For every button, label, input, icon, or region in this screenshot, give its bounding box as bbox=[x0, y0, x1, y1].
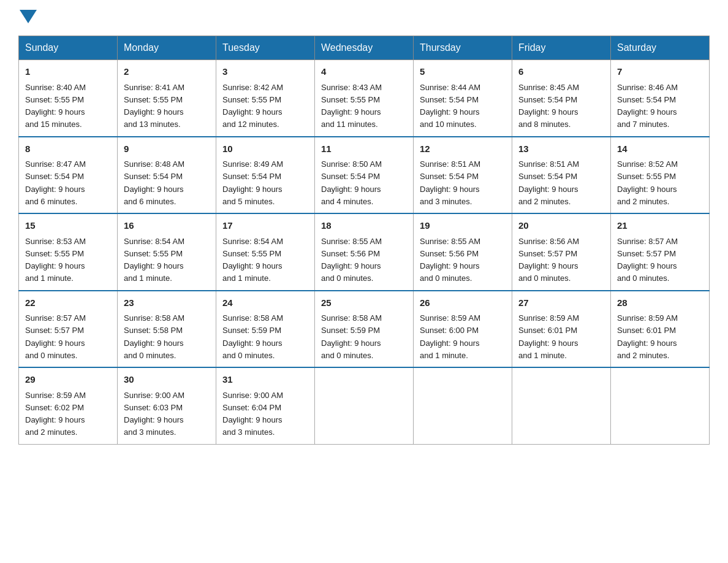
calendar-cell: 20Sunrise: 8:56 AMSunset: 5:57 PMDayligh… bbox=[512, 213, 611, 291]
day-info: Sunrise: 9:00 AMSunset: 6:04 PMDaylight:… bbox=[222, 391, 283, 437]
day-info: Sunrise: 8:41 AMSunset: 5:55 PMDaylight:… bbox=[124, 83, 184, 129]
day-info: Sunrise: 8:52 AMSunset: 5:55 PMDaylight:… bbox=[617, 159, 678, 206]
day-info: Sunrise: 8:48 AMSunset: 5:54 PMDaylight:… bbox=[124, 159, 184, 206]
calendar-cell: 16Sunrise: 8:54 AMSunset: 5:55 PMDayligh… bbox=[118, 213, 216, 291]
calendar-cell: 23Sunrise: 8:58 AMSunset: 5:58 PMDayligh… bbox=[118, 291, 216, 368]
day-number: 29 bbox=[25, 373, 111, 387]
day-number: 9 bbox=[124, 142, 210, 156]
day-info: Sunrise: 8:54 AMSunset: 5:55 PMDaylight:… bbox=[222, 237, 283, 283]
calendar-cell: 11Sunrise: 8:50 AMSunset: 5:54 PMDayligh… bbox=[315, 137, 414, 214]
day-number: 3 bbox=[222, 65, 308, 79]
day-number: 27 bbox=[518, 296, 604, 310]
day-number: 10 bbox=[222, 142, 308, 156]
day-info: Sunrise: 8:53 AMSunset: 5:55 PMDaylight:… bbox=[25, 237, 86, 283]
day-number: 7 bbox=[617, 65, 703, 79]
day-number: 13 bbox=[518, 142, 604, 156]
calendar-cell: 30Sunrise: 9:00 AMSunset: 6:03 PMDayligh… bbox=[118, 367, 216, 444]
day-number: 14 bbox=[617, 142, 703, 156]
calendar-cell: 1Sunrise: 8:40 AMSunset: 5:55 PMDaylight… bbox=[19, 60, 118, 137]
day-info: Sunrise: 8:55 AMSunset: 5:56 PMDaylight:… bbox=[321, 237, 382, 283]
day-number: 19 bbox=[420, 219, 506, 233]
day-info: Sunrise: 8:59 AMSunset: 6:02 PMDaylight:… bbox=[25, 391, 86, 437]
day-number: 18 bbox=[321, 219, 407, 233]
calendar-cell bbox=[315, 367, 414, 444]
day-number: 12 bbox=[420, 142, 506, 156]
calendar-table: SundayMondayTuesdayWednesdayThursdayFrid… bbox=[18, 36, 710, 445]
day-info: Sunrise: 8:40 AMSunset: 5:55 PMDaylight:… bbox=[25, 83, 86, 129]
weekday-header-monday: Monday bbox=[118, 36, 216, 60]
day-info: Sunrise: 8:55 AMSunset: 5:56 PMDaylight:… bbox=[420, 237, 480, 283]
calendar-cell: 5Sunrise: 8:44 AMSunset: 5:54 PMDaylight… bbox=[414, 60, 512, 137]
calendar-cell: 9Sunrise: 8:48 AMSunset: 5:54 PMDaylight… bbox=[118, 137, 216, 214]
calendar-week-row-5: 29Sunrise: 8:59 AMSunset: 6:02 PMDayligh… bbox=[19, 367, 710, 444]
day-number: 11 bbox=[321, 142, 407, 156]
day-info: Sunrise: 8:56 AMSunset: 5:57 PMDaylight:… bbox=[518, 237, 579, 283]
calendar-cell: 12Sunrise: 8:51 AMSunset: 5:54 PMDayligh… bbox=[414, 137, 512, 214]
day-number: 16 bbox=[124, 219, 210, 233]
day-info: Sunrise: 8:49 AMSunset: 5:54 PMDaylight:… bbox=[222, 159, 283, 206]
day-number: 15 bbox=[25, 219, 111, 233]
weekday-header-sunday: Sunday bbox=[19, 36, 118, 60]
day-number: 20 bbox=[518, 219, 604, 233]
day-number: 30 bbox=[124, 373, 210, 387]
day-number: 1 bbox=[25, 65, 111, 79]
day-info: Sunrise: 8:54 AMSunset: 5:55 PMDaylight:… bbox=[124, 237, 184, 283]
calendar-cell: 13Sunrise: 8:51 AMSunset: 5:54 PMDayligh… bbox=[512, 137, 611, 214]
weekday-header-thursday: Thursday bbox=[414, 36, 512, 60]
calendar-week-row-4: 22Sunrise: 8:57 AMSunset: 5:57 PMDayligh… bbox=[19, 291, 710, 368]
calendar-cell: 19Sunrise: 8:55 AMSunset: 5:56 PMDayligh… bbox=[414, 213, 512, 291]
calendar-week-row-1: 1Sunrise: 8:40 AMSunset: 5:55 PMDaylight… bbox=[19, 60, 710, 137]
day-info: Sunrise: 8:45 AMSunset: 5:54 PMDaylight:… bbox=[518, 83, 579, 129]
day-info: Sunrise: 8:44 AMSunset: 5:54 PMDaylight:… bbox=[420, 83, 480, 129]
calendar-week-row-2: 8Sunrise: 8:47 AMSunset: 5:54 PMDaylight… bbox=[19, 137, 710, 214]
day-info: Sunrise: 8:57 AMSunset: 5:57 PMDaylight:… bbox=[617, 237, 678, 283]
calendar-week-row-3: 15Sunrise: 8:53 AMSunset: 5:55 PMDayligh… bbox=[19, 213, 710, 291]
day-info: Sunrise: 8:58 AMSunset: 5:59 PMDaylight:… bbox=[222, 313, 283, 360]
day-info: Sunrise: 8:46 AMSunset: 5:54 PMDaylight:… bbox=[617, 83, 678, 129]
day-info: Sunrise: 8:58 AMSunset: 5:59 PMDaylight:… bbox=[321, 313, 382, 360]
day-number: 6 bbox=[518, 65, 604, 79]
day-number: 5 bbox=[420, 65, 506, 79]
day-info: Sunrise: 8:47 AMSunset: 5:54 PMDaylight:… bbox=[25, 159, 86, 206]
day-number: 28 bbox=[617, 296, 703, 310]
calendar-cell: 22Sunrise: 8:57 AMSunset: 5:57 PMDayligh… bbox=[19, 291, 118, 368]
day-info: Sunrise: 8:51 AMSunset: 5:54 PMDaylight:… bbox=[420, 159, 480, 206]
day-info: Sunrise: 8:58 AMSunset: 5:58 PMDaylight:… bbox=[124, 313, 184, 360]
calendar-cell: 21Sunrise: 8:57 AMSunset: 5:57 PMDayligh… bbox=[611, 213, 710, 291]
day-info: Sunrise: 8:51 AMSunset: 5:54 PMDaylight:… bbox=[518, 159, 579, 206]
day-number: 21 bbox=[617, 219, 703, 233]
day-number: 25 bbox=[321, 296, 407, 310]
weekday-header-row: SundayMondayTuesdayWednesdayThursdayFrid… bbox=[19, 36, 710, 60]
logo-triangle-icon bbox=[20, 10, 37, 23]
weekday-header-wednesday: Wednesday bbox=[315, 36, 414, 60]
day-info: Sunrise: 8:59 AMSunset: 6:00 PMDaylight:… bbox=[420, 313, 480, 360]
day-number: 4 bbox=[321, 65, 407, 79]
calendar-cell: 15Sunrise: 8:53 AMSunset: 5:55 PMDayligh… bbox=[19, 213, 118, 291]
calendar-cell: 8Sunrise: 8:47 AMSunset: 5:54 PMDaylight… bbox=[19, 137, 118, 214]
calendar-cell: 24Sunrise: 8:58 AMSunset: 5:59 PMDayligh… bbox=[216, 291, 315, 368]
calendar-cell: 4Sunrise: 8:43 AMSunset: 5:55 PMDaylight… bbox=[315, 60, 414, 137]
calendar-cell: 6Sunrise: 8:45 AMSunset: 5:54 PMDaylight… bbox=[512, 60, 611, 137]
calendar-cell: 7Sunrise: 8:46 AMSunset: 5:54 PMDaylight… bbox=[611, 60, 710, 137]
calendar-cell bbox=[512, 367, 611, 444]
calendar-cell: 29Sunrise: 8:59 AMSunset: 6:02 PMDayligh… bbox=[19, 367, 118, 444]
day-info: Sunrise: 8:57 AMSunset: 5:57 PMDaylight:… bbox=[25, 313, 86, 360]
calendar-cell: 26Sunrise: 8:59 AMSunset: 6:00 PMDayligh… bbox=[414, 291, 512, 368]
logo bbox=[18, 12, 38, 23]
day-info: Sunrise: 8:43 AMSunset: 5:55 PMDaylight:… bbox=[321, 83, 382, 129]
calendar-cell: 14Sunrise: 8:52 AMSunset: 5:55 PMDayligh… bbox=[611, 137, 710, 214]
calendar-cell bbox=[414, 367, 512, 444]
calendar-cell: 28Sunrise: 8:59 AMSunset: 6:01 PMDayligh… bbox=[611, 291, 710, 368]
calendar-cell: 25Sunrise: 8:58 AMSunset: 5:59 PMDayligh… bbox=[315, 291, 414, 368]
day-number: 2 bbox=[124, 65, 210, 79]
day-number: 17 bbox=[222, 219, 308, 233]
day-info: Sunrise: 8:50 AMSunset: 5:54 PMDaylight:… bbox=[321, 159, 382, 206]
calendar-cell: 18Sunrise: 8:55 AMSunset: 5:56 PMDayligh… bbox=[315, 213, 414, 291]
weekday-header-tuesday: Tuesday bbox=[216, 36, 315, 60]
page-header bbox=[18, 12, 710, 23]
calendar-cell: 31Sunrise: 9:00 AMSunset: 6:04 PMDayligh… bbox=[216, 367, 315, 444]
calendar-cell: 27Sunrise: 8:59 AMSunset: 6:01 PMDayligh… bbox=[512, 291, 611, 368]
calendar-cell: 10Sunrise: 8:49 AMSunset: 5:54 PMDayligh… bbox=[216, 137, 315, 214]
calendar-cell: 2Sunrise: 8:41 AMSunset: 5:55 PMDaylight… bbox=[118, 60, 216, 137]
calendar-cell bbox=[611, 367, 710, 444]
